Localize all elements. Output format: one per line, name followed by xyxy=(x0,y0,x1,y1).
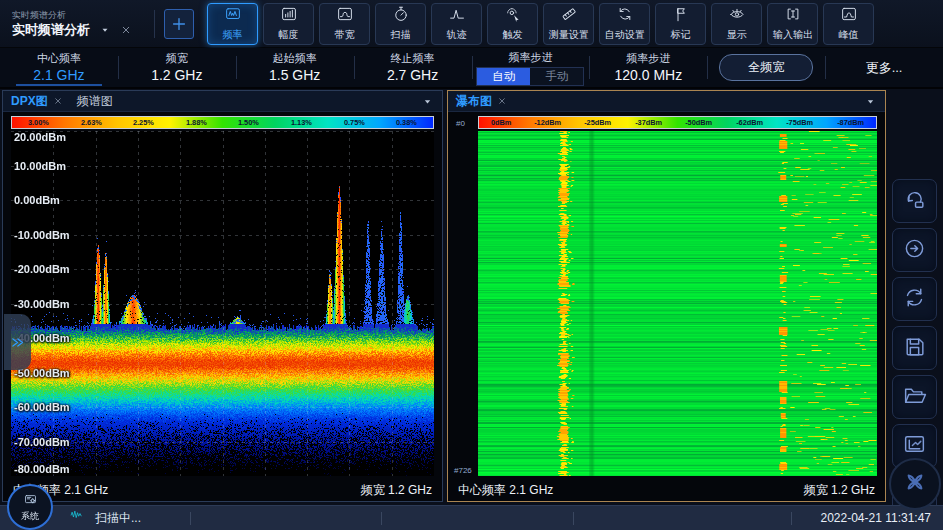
top-toolbar: 实时频谱分析 实时频谱分析 频率幅度带宽扫描轨迹触发测量设置自动设置标记显示输入… xyxy=(0,0,943,48)
waterfall-plot[interactable] xyxy=(478,131,877,476)
run-icon xyxy=(902,236,927,265)
setting-more[interactable]: 更多... xyxy=(825,48,943,87)
toolbar-button-label: 幅度 xyxy=(278,28,298,41)
system-button[interactable]: 系统 xyxy=(7,484,53,530)
colorbar-label: -37dBm xyxy=(635,118,662,126)
toolbar-button-trace[interactable]: 轨迹 xyxy=(431,3,482,45)
waterfall-colorbar: 0dBm-12dBm-25dBm-37dBm-50dBm-62dBm-75dBm… xyxy=(478,116,877,129)
layout-icon xyxy=(902,432,927,461)
waterfall-last-frame-label: #726 xyxy=(454,466,472,475)
waterfall-panel: 瀑布图 #0 #726 0dBm-12dBm-25dBm-37dBm-50dBm… xyxy=(447,90,886,502)
setting-stop-frequency[interactable]: 终止频率2.7 GHz xyxy=(354,48,472,87)
toolbar-button-display[interactable]: 显示 xyxy=(711,3,762,45)
recall-icon xyxy=(902,187,927,216)
setting-full-span[interactable]: 全频宽 xyxy=(707,48,825,87)
setting-step-mode[interactable]: 频率步进自动手动 xyxy=(472,48,590,87)
colorbar-label: 1.88% xyxy=(186,118,207,126)
save-button[interactable] xyxy=(892,326,937,370)
colorbar-label: 3.00% xyxy=(28,118,49,126)
setting-center-frequency[interactable]: 中心频率2.1 GHz xyxy=(0,48,118,87)
toggle-option[interactable]: 自动 xyxy=(477,68,530,85)
dpx-panel-header: DPX图频谱图 xyxy=(3,91,442,112)
colorbar-label: 1.13% xyxy=(291,118,312,126)
title-dropdown-icon[interactable] xyxy=(99,24,111,36)
measure-setup-icon xyxy=(559,5,579,27)
colorbar-label: -75dBm xyxy=(787,118,814,126)
toolbar-button-peak[interactable]: 峰值 xyxy=(823,3,874,45)
setting-value[interactable]: 2.1 GHz xyxy=(33,66,84,85)
colorbar-label: -12dBm xyxy=(534,118,561,126)
open-button[interactable] xyxy=(892,375,937,419)
waterfall-panel-header: 瀑布图 xyxy=(448,91,885,112)
toolbar-button-label: 带宽 xyxy=(334,28,354,41)
colorbar-label: -50dBm xyxy=(686,118,713,126)
dpx-spectrum-plot[interactable] xyxy=(11,131,434,476)
toolbar-button-label: 频率 xyxy=(222,28,242,41)
setting-value[interactable]: 2.7 GHz xyxy=(387,66,438,85)
colorbar-label: 2.63% xyxy=(81,118,102,126)
header-divider xyxy=(154,10,155,38)
setting-value[interactable]: 1.2 GHz xyxy=(151,66,202,85)
toolbar-button-frequency[interactable]: 频率 xyxy=(207,3,258,45)
waterfall-tab[interactable]: 瀑布图 xyxy=(456,93,507,110)
trigger-icon xyxy=(503,5,523,27)
toolbar-button-label: 触发 xyxy=(502,28,522,41)
toolbar-button-label: 输入输出 xyxy=(772,28,812,41)
display-icon xyxy=(727,5,747,27)
colorbar-label: 0dBm xyxy=(490,118,510,126)
waterfall-panel-dropdown-icon[interactable] xyxy=(864,95,877,108)
waterfall-span-label: 频宽 1.2 GHz xyxy=(804,482,875,499)
setting-span[interactable]: 频宽1.2 GHz xyxy=(118,48,236,87)
add-window-button[interactable] xyxy=(164,9,194,39)
colorbar-label: 0.38% xyxy=(396,118,417,126)
setting-label: 中心频率 xyxy=(37,51,81,66)
setting-label: 频率步进 xyxy=(508,50,552,65)
setting-start-frequency[interactable]: 起始频率1.5 GHz xyxy=(236,48,354,87)
toolbar-button-sweep[interactable]: 扫描 xyxy=(375,3,426,45)
more-button[interactable]: 更多... xyxy=(866,59,903,77)
system-icon xyxy=(22,493,39,511)
sweep-icon xyxy=(391,5,411,27)
io-icon xyxy=(783,5,803,27)
clock: 2022-04-21 11:31:47 xyxy=(820,511,931,525)
system-button-label: 系统 xyxy=(21,511,39,521)
marker-icon xyxy=(671,5,691,27)
toolbar-button-label: 显示 xyxy=(726,28,746,41)
main-display-area: DPX图频谱图 3.00%2.63%2.25%1.88%1.50%1.13%0.… xyxy=(0,89,943,503)
toolbar-button-group: 频率幅度带宽扫描轨迹触发测量设置自动设置标记显示输入输出峰值 xyxy=(202,3,874,45)
toggle-option[interactable]: 手动 xyxy=(530,68,583,85)
toolbar-button-trigger[interactable]: 触发 xyxy=(487,3,538,45)
toolbar-button-auto-setup[interactable]: 自动设置 xyxy=(599,3,650,45)
setting-step-value[interactable]: 频率步进120.0 MHz xyxy=(589,48,707,87)
setting-value[interactable]: 1.5 GHz xyxy=(269,66,320,85)
toolbar-button-io[interactable]: 输入输出 xyxy=(767,3,818,45)
toolbar-button-marker[interactable]: 标记 xyxy=(655,3,706,45)
toolbar-button-amplitude[interactable]: 幅度 xyxy=(263,3,314,45)
dpx-panel-dropdown-icon[interactable] xyxy=(421,95,434,108)
refresh-icon xyxy=(902,285,927,314)
step-mode-toggle: 自动手动 xyxy=(476,67,584,86)
toolbar-button-measure-setup[interactable]: 测量设置 xyxy=(543,3,594,45)
recall-button[interactable] xyxy=(892,179,937,223)
toolbar-button-label: 测量设置 xyxy=(548,28,588,41)
utility-menu-button[interactable] xyxy=(889,458,941,510)
dpx-span-label: 频宽 1.2 GHz xyxy=(361,482,432,499)
toolbar-button-label: 扫描 xyxy=(390,28,410,41)
frequency-icon xyxy=(223,5,243,27)
refresh-button[interactable] xyxy=(892,277,937,321)
expand-handle[interactable] xyxy=(4,314,31,370)
dpx-tab[interactable]: DPX图 xyxy=(11,93,63,110)
scan-status-text: 扫描中... xyxy=(95,510,141,527)
dpx-colorbar: 3.00%2.63%2.25%1.88%1.50%1.13%0.75%0.38% xyxy=(11,116,434,129)
run-button[interactable] xyxy=(892,228,937,272)
waterfall-center-frequency-label: 中心频率 2.1 GHz xyxy=(458,482,553,499)
tab-close-icon[interactable] xyxy=(53,96,63,106)
dpx-tab[interactable]: 频谱图 xyxy=(77,93,113,110)
close-window-icon[interactable] xyxy=(120,24,132,36)
save-icon xyxy=(902,334,927,363)
setting-label: 频宽 xyxy=(166,51,188,66)
full-span-button[interactable]: 全频宽 xyxy=(719,54,813,81)
tab-close-icon[interactable] xyxy=(497,96,507,106)
toolbar-button-bandwidth[interactable]: 带宽 xyxy=(319,3,370,45)
setting-value[interactable]: 120.0 MHz xyxy=(614,66,682,85)
